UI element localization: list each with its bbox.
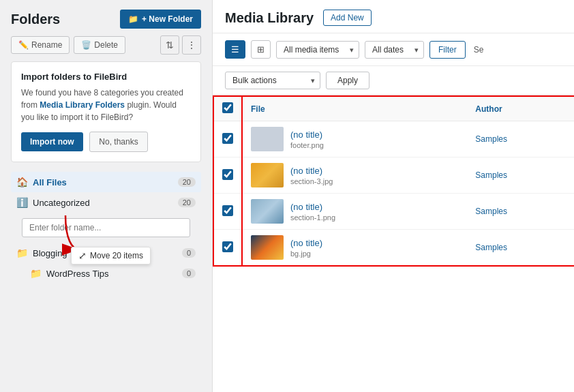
sidebar-item-uncategorized[interactable]: ℹ️ Uncategorized 20 <box>11 192 201 213</box>
folder-count: 20 <box>178 198 196 207</box>
file-name: section-1.png <box>290 213 335 222</box>
row-file-cell: (no title) section-3.jpg <box>242 157 467 194</box>
main-content: Media Library Add New ☰ ⊞ All media item… <box>213 0 574 392</box>
media-table-container: File Author (no title) footer.png <box>213 95 574 392</box>
bulk-toolbar: Bulk actions Apply <box>213 66 574 95</box>
media-filter-wrap: All media items Images Audio Video <box>276 41 359 59</box>
row-checkbox[interactable] <box>222 133 233 144</box>
file-thumbnail <box>251 163 284 187</box>
import-now-button[interactable]: Import now <box>21 132 83 151</box>
file-thumbnail <box>251 127 284 151</box>
file-name: section-3.jpg <box>290 177 333 185</box>
sidebar-title: Folders <box>11 12 60 27</box>
folder-icon: 📁 <box>16 247 28 258</box>
folder-count: 20 <box>178 177 196 187</box>
file-title: (no title) <box>290 202 335 212</box>
row-file-cell: (no title) section-1.png <box>242 194 467 230</box>
sidebar-item-all-files[interactable]: 🏠 All Files 20 <box>11 172 201 192</box>
list-icon: ☰ <box>231 44 239 55</box>
author-column-header: Author <box>467 96 574 121</box>
import-box-body: We found you have 8 categories you creat… <box>21 87 191 123</box>
table-row: (no title) section-3.jpg Samples <box>213 157 574 194</box>
folder-count: 0 <box>182 269 196 278</box>
row-checkbox[interactable] <box>222 205 233 216</box>
sort-icon: ⇅ <box>166 40 174 50</box>
list-view-button[interactable]: ☰ <box>225 40 245 59</box>
sort-button[interactable]: ⇅ <box>160 35 179 55</box>
rename-button[interactable]: ✏️ Rename <box>11 36 70 54</box>
page-title: Media Library <box>225 10 314 26</box>
grid-icon: ⊞ <box>257 44 265 55</box>
row-file-cell: (no title) footer.png <box>242 121 467 157</box>
sub-folder-list: 📁 WordPress Tips 0 <box>11 263 201 284</box>
row-checkbox[interactable] <box>222 169 233 180</box>
folder-list: 🏠 All Files 20 ℹ️ Uncategorized 20 📁 Blo… <box>0 172 212 284</box>
sidebar-header: Folders 📁 + New Folder <box>0 0 212 35</box>
add-new-button[interactable]: Add New <box>323 10 372 26</box>
info-icon: ℹ️ <box>16 197 28 208</box>
toolbar: ☰ ⊞ All media items Images Audio Video A… <box>213 33 574 66</box>
table-row: (no title) footer.png Samples <box>213 121 574 157</box>
table-row: (no title) section-1.png Samples <box>213 194 574 230</box>
file-column-header: File <box>242 96 467 121</box>
file-title: (no title) <box>290 238 322 248</box>
media-filter-select[interactable]: All media items Images Audio Video <box>276 41 359 59</box>
search-text: Se <box>474 45 484 55</box>
file-name: footer.png <box>290 141 324 149</box>
sidebar: Folders 📁 + New Folder ✏️ Rename 🗑️ Dele… <box>0 0 213 392</box>
delete-button[interactable]: 🗑️ Delete <box>74 36 125 54</box>
new-folder-button[interactable]: 📁 + New Folder <box>120 10 201 29</box>
move-icon: ⤢ <box>78 250 87 261</box>
row-checkbox[interactable] <box>222 241 233 252</box>
media-table: File Author (no title) footer.png <box>213 95 574 267</box>
select-all-checkbox[interactable] <box>222 102 233 113</box>
folder-name: WordPress Tips <box>46 269 177 279</box>
date-filter-select[interactable]: All dates 2024 2023 <box>365 41 424 59</box>
row-checkbox-cell <box>213 230 242 267</box>
move-tooltip: ⤢ Move 20 items <box>71 247 151 265</box>
folder-name: All Files <box>33 177 173 187</box>
folder-name-input[interactable] <box>22 218 190 237</box>
checkbox-column-header <box>213 96 242 121</box>
rename-icon: ✏️ <box>18 40 29 50</box>
bulk-select-wrap: Bulk actions <box>225 72 320 89</box>
row-author-cell: Samples <box>467 230 574 267</box>
folder-plus-icon: 📁 <box>128 14 138 24</box>
import-box: Import folders to FileBird We found you … <box>11 61 201 162</box>
folder-icon: 📁 <box>30 268 42 279</box>
file-thumbnail <box>251 199 284 224</box>
bulk-actions-select[interactable]: Bulk actions <box>225 72 320 89</box>
row-checkbox-cell <box>213 194 242 230</box>
more-options-button[interactable]: ⋮ <box>182 35 201 55</box>
folder-input-wrap <box>22 218 190 237</box>
row-file-cell: (no title) bg.jpg <box>242 230 467 267</box>
main-header: Media Library Add New <box>213 0 574 33</box>
sidebar-item-wordpress-tips[interactable]: 📁 WordPress Tips 0 <box>25 263 201 284</box>
filter-button[interactable]: Filter <box>429 41 466 59</box>
row-author-cell: Samples <box>467 157 574 194</box>
no-thanks-button[interactable]: No, thanks <box>89 132 147 152</box>
import-box-title: Import folders to FileBird <box>21 72 191 82</box>
file-thumbnail <box>251 235 284 260</box>
row-checkbox-cell <box>213 157 242 194</box>
row-author-cell: Samples <box>467 121 574 157</box>
file-title: (no title) <box>290 130 324 140</box>
sidebar-actions: ✏️ Rename 🗑️ Delete ⇅ ⋮ <box>0 35 212 61</box>
folder-count: 0 <box>182 248 196 258</box>
home-icon: 🏠 <box>16 177 28 187</box>
row-checkbox-cell <box>213 121 242 157</box>
folder-name: Uncategorized <box>33 198 173 208</box>
grid-view-button[interactable]: ⊞ <box>251 40 271 59</box>
file-name: bg.jpg <box>290 250 322 258</box>
apply-button[interactable]: Apply <box>326 72 369 89</box>
row-author-cell: Samples <box>467 194 574 230</box>
file-title: (no title) <box>290 166 333 176</box>
date-filter-wrap: All dates 2024 2023 <box>365 41 424 59</box>
table-row: (no title) bg.jpg Samples <box>213 230 574 267</box>
dots-icon: ⋮ <box>187 40 196 50</box>
table-header-row: File Author <box>213 96 574 121</box>
plugin-name: Media Library Folders <box>40 100 125 110</box>
trash-icon: 🗑️ <box>81 40 91 50</box>
